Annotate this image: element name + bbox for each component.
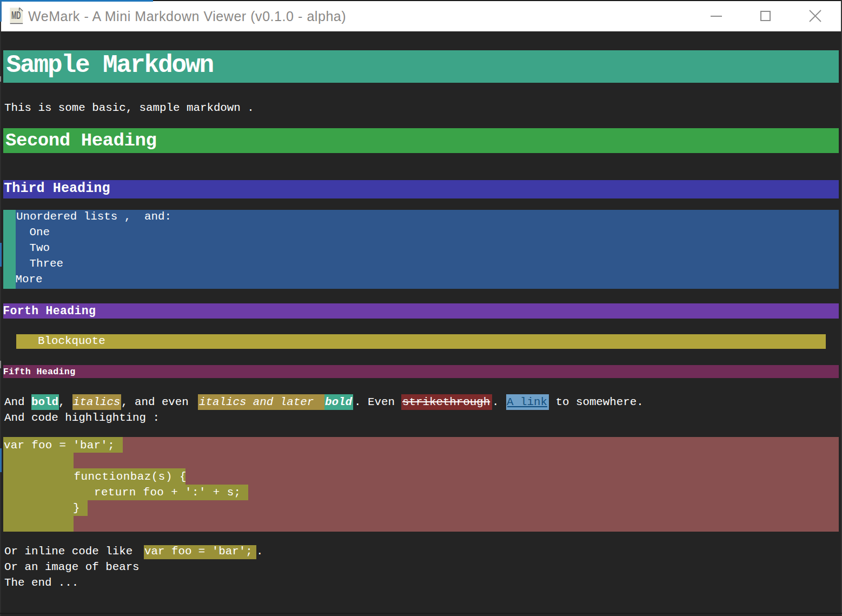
- svg-text:MD: MD: [11, 9, 21, 21]
